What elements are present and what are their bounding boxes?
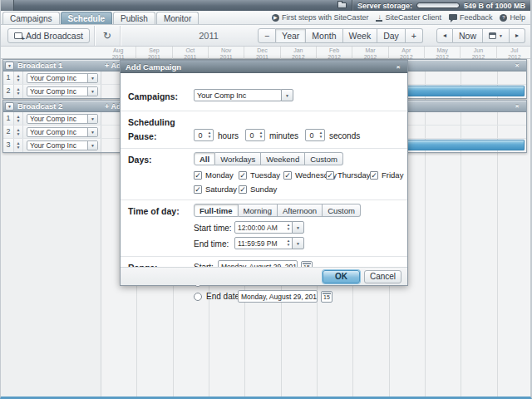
campaign-select[interactable]: Your Comp Inc ▼ (27, 73, 98, 83)
days-preset-group: All Workdays Weekend Custom (194, 152, 343, 165)
tab-schedule[interactable]: Schedule (61, 12, 112, 24)
minutes-unit: minutes (269, 131, 298, 140)
timeline-month-header: Aug2011 Sep2011 Oct2011 Nov2011 Dec2011 … (1, 47, 530, 59)
time-fulltime-button[interactable]: Full-time (194, 204, 239, 217)
sitecaster-window: Server storage: 549 B of 1000 MB Campaig… (0, 0, 532, 399)
now-button[interactable]: Now (453, 28, 483, 43)
end-time-dropdown[interactable]: ▼ (292, 237, 304, 249)
pause-minutes-stepper[interactable]: 0 ▲▼ (245, 129, 265, 141)
storage-folder-icon[interactable] (337, 2, 347, 8)
dialog-header[interactable]: Add Campaign × (121, 61, 407, 73)
days-all-button[interactable]: All (194, 152, 215, 165)
view-day-button[interactable]: Day (377, 28, 406, 43)
campaign-select[interactable]: Your Comp Inc ▼ (27, 127, 98, 137)
ok-button[interactable]: OK (323, 270, 360, 283)
row-order-stepper[interactable]: ▲▼ (14, 112, 23, 125)
end-date-input[interactable]: Monday, August 29, 2011 (238, 290, 318, 303)
pause-hours-stepper[interactable]: 0 ▲▼ (194, 129, 214, 141)
prev-period-button[interactable]: ◂ (436, 28, 453, 43)
end-time-label: End time: (194, 239, 229, 249)
campaign-select[interactable]: Your Comp Inc ▼ (27, 86, 98, 96)
hours-unit: hours (218, 131, 239, 140)
tab-publish[interactable]: Publish (113, 12, 155, 24)
end-date-radio[interactable]: End date: (194, 292, 242, 301)
month-cell: Apr2012 (389, 47, 425, 59)
row-order-stepper[interactable]: ▲▼ (14, 139, 23, 152)
start-time-input[interactable]: 12:00:00 AM ▲▼ (234, 221, 293, 234)
row-order-stepper[interactable]: ▲▼ (14, 71, 23, 84)
month-cell: Feb2012 (317, 47, 352, 59)
campaign-combobox-dropdown[interactable]: ▼ (281, 89, 293, 101)
month-cell: Jan2012 (281, 47, 317, 59)
checkbox-saturday[interactable]: ✓Saturday (194, 185, 237, 194)
server-storage-label: Server storage: (357, 2, 412, 10)
campaign-combobox[interactable]: Your Comp Inc (194, 89, 282, 101)
first-steps-link[interactable]: ▶ First steps with SiteCaster (272, 13, 369, 22)
days-workdays-button[interactable]: Workdays (215, 152, 261, 165)
row-order-stepper[interactable]: ▲▼ (14, 85, 23, 98)
checkbox-friday[interactable]: ✓Friday (370, 170, 403, 180)
days-custom-button[interactable]: Custom (305, 152, 343, 165)
help-icon: ? (500, 14, 507, 22)
checkbox-tuesday[interactable]: ✓Tuesday (239, 170, 280, 180)
close-icon[interactable]: × (394, 63, 402, 71)
add-broadcast-icon (14, 32, 22, 39)
end-time-input[interactable]: 11:59:59 PM ▲▼ (234, 237, 293, 249)
time-afternoon-button[interactable]: Afternoon (278, 204, 323, 217)
calendar-icon (489, 32, 496, 39)
view-week-button[interactable]: Week (343, 28, 378, 43)
tab-monitor[interactable]: Monitor (156, 12, 199, 24)
help-link[interactable]: ? Help (500, 13, 525, 22)
chevron-down-icon: ▼ (87, 87, 97, 96)
calendar-period-title: 2011 (101, 31, 317, 41)
navigation-group: ◂ Now ▼ ▸ (436, 28, 525, 43)
add-broadcast-button[interactable]: Add Broadcast (7, 28, 90, 43)
zoom-in-button[interactable]: + (406, 28, 423, 43)
collapse-icon[interactable]: ▼ (5, 62, 14, 70)
seconds-unit: seconds (329, 131, 360, 140)
window-menu-segment[interactable] (1, 0, 14, 11)
storage-progress-bar (416, 2, 460, 8)
close-icon[interactable]: × (513, 62, 521, 70)
chevron-down-icon: ▼ (87, 128, 97, 136)
time-morning-button[interactable]: Morning (239, 204, 278, 217)
campaign-select[interactable]: Your Comp Inc ▼ (27, 114, 98, 124)
month-cell: Oct2011 (173, 47, 209, 59)
time-custom-button[interactable]: Custom (323, 204, 361, 217)
pause-label: Pause: (128, 131, 156, 141)
pause-seconds-stepper[interactable]: 0 ▲▼ (305, 129, 325, 141)
feedback-bubble-icon (449, 14, 457, 20)
cancel-button[interactable]: Cancel (364, 270, 401, 283)
row-order-stepper[interactable]: ▲▼ (14, 126, 23, 138)
scheduling-heading: Scheduling (128, 117, 175, 127)
campaigns-label: Campaigns: (128, 91, 178, 101)
end-date-calendar-button[interactable]: 15 (321, 291, 332, 303)
days-label: Days: (128, 155, 152, 165)
chevron-down-icon: ▼ (499, 33, 503, 38)
month-cell: Nov2011 (209, 47, 244, 59)
checkbox-monday[interactable]: ✓Monday (194, 170, 234, 180)
month-cell: Mar2012 (352, 47, 388, 59)
close-icon[interactable]: × (513, 102, 521, 111)
chevron-down-icon: ▼ (87, 141, 97, 150)
start-time-label: Start time: (194, 224, 232, 233)
time-preset-group: Full-time Morning Afternoon Custom (194, 204, 361, 217)
tab-campaigns[interactable]: Campaigns (2, 12, 60, 24)
collapse-icon[interactable]: ▼ (5, 102, 14, 111)
next-period-button[interactable]: ▸ (510, 28, 525, 43)
radio-icon (194, 293, 202, 301)
client-download-link[interactable]: ↓ SiteCaster Client (376, 13, 441, 22)
campaign-select[interactable]: Your Comp Inc ▼ (27, 140, 98, 150)
month-cell: Jul2012 (497, 47, 532, 59)
dialog-title: Add Campaign (126, 62, 181, 71)
checkbox-thursday[interactable]: ✓Thursday (326, 170, 371, 180)
chevron-down-icon: ▼ (87, 74, 97, 82)
days-weekend-button[interactable]: Weekend (261, 152, 305, 165)
schedule-toolbar: Add Broadcast ↻ 2011 − Year Month Week D… (1, 25, 530, 47)
start-time-dropdown[interactable]: ▼ (292, 221, 304, 234)
month-cell: May2012 (425, 47, 461, 59)
checkbox-sunday[interactable]: ✓Sunday (239, 185, 277, 194)
play-circle-icon: ▶ (272, 14, 279, 22)
feedback-link[interactable]: Feedback (449, 13, 493, 22)
date-picker-button[interactable]: ▼ (483, 28, 510, 43)
